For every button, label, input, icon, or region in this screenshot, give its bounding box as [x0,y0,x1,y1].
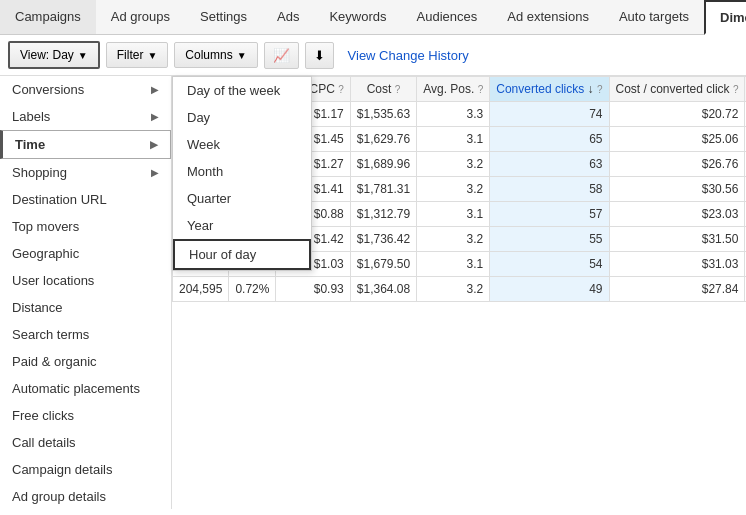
chevron-right-icon: ▶ [151,84,159,95]
view-change-history-link[interactable]: View Change History [348,48,469,63]
cell-avg-pos: 3.2 [417,227,490,252]
cell-conv-clicks: 54 [490,252,609,277]
chart-icon-button[interactable]: 📈 [264,42,299,69]
filter-dropdown-icon: ▼ [147,50,157,61]
tab-audiences[interactable]: Audiences [402,0,493,34]
nav-tabs: Campaigns Ad groups Settings Ads Keyword… [0,0,746,35]
cell-cost: $1,679.50 [350,252,416,277]
table-row: 204,5950.72%$0.93$1,364.083.249$27.84 [173,277,747,302]
tab-ads[interactable]: Ads [262,0,314,34]
sidebar-item-geographic[interactable]: Geographic [0,240,171,267]
cell-cost: $1,689.96 [350,152,416,177]
sidebar-item-paid-organic[interactable]: Paid & organic [0,348,171,375]
col-converted-clicks[interactable]: Converted clicks ↓ ? [490,77,609,102]
sidebar-item-automatic-placements[interactable]: Automatic placements [0,375,171,402]
cell-avg-pos: 3.1 [417,127,490,152]
cell-cost: $1,535.63 [350,102,416,127]
filter-button[interactable]: Filter ▼ [106,42,169,68]
columns-dropdown-icon: ▼ [237,50,247,61]
info-icon: ? [395,84,401,95]
sidebar-item-ad-group-details[interactable]: Ad group details [0,483,171,509]
tab-auto-targets[interactable]: Auto targets [604,0,704,34]
col-cost-conv-click[interactable]: Cost / converted click ? [609,77,745,102]
sidebar-item-campaign-details[interactable]: Campaign details [0,456,171,483]
cell-avg-pos: 3.2 [417,152,490,177]
cell-ctr: 0.72% [229,277,276,302]
cell-cost: $1,629.76 [350,127,416,152]
info-icon: ? [733,84,739,95]
cell-avg-pos: 3.1 [417,202,490,227]
cell-avg-pos: 3.2 [417,177,490,202]
cell-avg-pos: 3.2 [417,277,490,302]
cell-cost-conv: $20.72 [609,102,745,127]
submenu-month[interactable]: Month [173,158,311,185]
cell-impr: 204,595 [173,277,229,302]
cell-conv-clicks: 57 [490,202,609,227]
cell-avg-pos: 3.1 [417,252,490,277]
sidebar-menu: Conversions ▶ Labels ▶ Time ▶ Shopping ▶… [0,76,172,509]
cell-cost: $1,364.08 [350,277,416,302]
submenu-year[interactable]: Year [173,212,311,239]
download-icon-button[interactable]: ⬇ [305,42,334,69]
chevron-right-icon: ▶ [151,111,159,122]
submenu-week[interactable]: Week [173,131,311,158]
tab-campaigns[interactable]: Campaigns [0,0,96,34]
dropdown-arrow-icon: ▼ [78,50,88,61]
cell-cost-conv: $25.06 [609,127,745,152]
sidebar-item-search-terms[interactable]: Search terms [0,321,171,348]
sidebar-item-call-details[interactable]: Call details [0,429,171,456]
cell-conv-clicks: 49 [490,277,609,302]
toolbar: View: Day ▼ Filter ▼ Columns ▼ 📈 ⬇ View … [0,35,746,76]
cell-conv-clicks: 63 [490,152,609,177]
main-content: Conversions ▶ Labels ▶ Time ▶ Shopping ▶… [0,76,746,509]
cell-cost: $1,736.42 [350,227,416,252]
tab-settings[interactable]: Settings [185,0,262,34]
cell-avg-cpc: $0.93 [276,277,350,302]
cell-avg-pos: 3.3 [417,102,490,127]
sidebar-item-free-clicks[interactable]: Free clicks [0,402,171,429]
cell-cost: $1,312.79 [350,202,416,227]
columns-button[interactable]: Columns ▼ [174,42,257,68]
cell-cost-conv: $31.50 [609,227,745,252]
cell-cost-conv: $31.03 [609,252,745,277]
view-day-button[interactable]: View: Day ▼ [8,41,100,69]
chevron-right-icon: ▶ [151,167,159,178]
cell-conv-clicks: 74 [490,102,609,127]
tab-keywords[interactable]: Keywords [314,0,401,34]
cell-conv-clicks: 55 [490,227,609,252]
cell-cost-conv: $27.84 [609,277,745,302]
sidebar-item-conversions[interactable]: Conversions ▶ [0,76,171,103]
sidebar-item-top-movers[interactable]: Top movers [0,213,171,240]
submenu-hour-of-day[interactable]: Hour of day [173,239,311,270]
sidebar-item-destination-url[interactable]: Destination URL [0,186,171,213]
cell-conv-clicks: 65 [490,127,609,152]
sort-down-icon: ↓ [588,82,594,96]
tab-ad-groups[interactable]: Ad groups [96,0,185,34]
submenu-quarter[interactable]: Quarter [173,185,311,212]
cell-cost-conv: $30.56 [609,177,745,202]
sidebar-item-distance[interactable]: Distance [0,294,171,321]
info-icon: ? [478,84,484,95]
submenu-day[interactable]: Day [173,104,311,131]
sidebar-item-labels[interactable]: Labels ▶ [0,103,171,130]
time-submenu: Day of the week Day Week Month Quarter Y… [172,76,312,271]
info-icon: ? [338,84,344,95]
chevron-right-icon: ▶ [150,139,158,150]
tab-ad-extensions[interactable]: Ad extensions [492,0,604,34]
tab-dimensions[interactable]: Dimensions [704,0,746,35]
cell-conv-clicks: 58 [490,177,609,202]
submenu-day-of-week[interactable]: Day of the week [173,77,311,104]
cell-cost-conv: $26.76 [609,152,745,177]
col-cost[interactable]: Cost ? [350,77,416,102]
cell-cost: $1,781.31 [350,177,416,202]
sidebar-item-shopping[interactable]: Shopping ▶ [0,159,171,186]
sidebar-item-time[interactable]: Time ▶ [0,130,171,159]
col-avg-pos[interactable]: Avg. Pos. ? [417,77,490,102]
cell-cost-conv: $23.03 [609,202,745,227]
info-icon: ? [597,84,603,95]
sidebar-item-user-locations[interactable]: User locations [0,267,171,294]
